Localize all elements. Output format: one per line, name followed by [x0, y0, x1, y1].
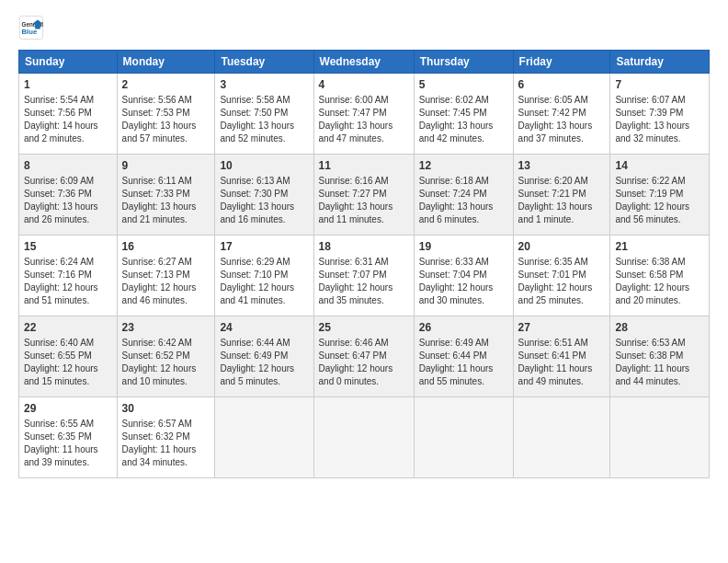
weekday-header-tuesday: Tuesday	[215, 51, 313, 74]
calendar-cell: 10Sunrise: 6:13 AMSunset: 7:30 PMDayligh…	[215, 155, 313, 236]
day-info-line: Daylight: 14 hours	[24, 120, 112, 132]
day-info-line: Daylight: 12 hours	[615, 282, 704, 294]
day-info-line: Sunset: 7:39 PM	[615, 107, 704, 120]
calendar-row-0: 1Sunrise: 5:54 AMSunset: 7:56 PMDaylight…	[19, 74, 710, 155]
day-info-line: Sunset: 7:36 PM	[24, 188, 112, 201]
day-number: 9	[122, 158, 210, 174]
day-info-line: Sunset: 7:42 PM	[518, 107, 606, 120]
day-info-line: and 55 minutes.	[419, 375, 508, 388]
day-number: 1	[24, 77, 112, 93]
day-number: 3	[220, 77, 308, 93]
header: General Blue	[18, 15, 710, 40]
day-info-line: Daylight: 12 hours	[220, 362, 308, 375]
day-info-line: Sunset: 7:13 PM	[122, 269, 210, 282]
day-info-line: and 1 minute.	[518, 213, 606, 226]
day-info-line: Sunset: 7:30 PM	[220, 188, 308, 201]
day-info-line: and 25 minutes.	[518, 294, 606, 307]
day-info-line: Sunset: 6:41 PM	[518, 350, 606, 362]
day-info-line: and 52 minutes.	[220, 132, 308, 145]
day-number: 25	[319, 320, 409, 336]
day-info-line: Daylight: 13 hours	[319, 201, 409, 213]
day-info-line: Sunrise: 6:02 AM	[419, 94, 508, 107]
calendar-cell: 15Sunrise: 6:24 AMSunset: 7:16 PMDayligh…	[19, 236, 118, 316]
day-info-line: Sunset: 7:45 PM	[419, 107, 508, 120]
day-info-line: Sunset: 7:19 PM	[615, 188, 704, 201]
day-info-line: Daylight: 12 hours	[24, 282, 112, 294]
calendar-cell: 16Sunrise: 6:27 AMSunset: 7:13 PMDayligh…	[117, 236, 215, 316]
day-info-line: and 35 minutes.	[319, 294, 409, 307]
day-number: 18	[319, 239, 409, 255]
day-info-line: and 11 minutes.	[319, 213, 409, 226]
day-info-line: Sunrise: 5:56 AM	[122, 94, 210, 107]
day-info-line: Sunset: 6:52 PM	[122, 350, 210, 362]
day-info-line: Sunrise: 6:31 AM	[319, 256, 409, 269]
day-number: 5	[419, 77, 508, 93]
day-info-line: Daylight: 13 hours	[419, 120, 508, 132]
day-info-line: Daylight: 11 hours	[615, 362, 704, 375]
calendar-cell: 30Sunrise: 6:57 AMSunset: 6:32 PMDayligh…	[117, 397, 215, 478]
day-info-line: Sunset: 6:38 PM	[615, 350, 704, 362]
day-info-line: Sunrise: 6:24 AM	[24, 256, 112, 269]
day-info-line: Sunrise: 6:40 AM	[24, 337, 112, 350]
day-info-line: Daylight: 11 hours	[419, 362, 508, 375]
logo: General Blue	[18, 15, 48, 40]
calendar-cell: 1Sunrise: 5:54 AMSunset: 7:56 PMDaylight…	[19, 74, 118, 155]
day-info-line: and 15 minutes.	[24, 375, 112, 388]
day-info-line: and 39 minutes.	[24, 456, 112, 469]
day-info-line: Daylight: 13 hours	[419, 201, 508, 213]
day-number: 4	[319, 77, 409, 93]
day-info-line: Sunset: 7:10 PM	[220, 269, 308, 282]
day-info-line: Sunrise: 6:05 AM	[518, 94, 606, 107]
day-info-line: Sunset: 7:33 PM	[122, 188, 210, 201]
calendar-cell: 22Sunrise: 6:40 AMSunset: 6:55 PMDayligh…	[19, 316, 118, 397]
day-info-line: and 34 minutes.	[122, 456, 210, 469]
day-info-line: Sunset: 7:07 PM	[319, 269, 409, 282]
day-info-line: Daylight: 13 hours	[518, 120, 606, 132]
calendar-cell	[215, 397, 313, 478]
day-info-line: Sunset: 6:32 PM	[122, 431, 210, 443]
day-info-line: Sunrise: 6:07 AM	[615, 94, 704, 107]
day-number: 2	[122, 77, 210, 93]
day-info-line: Daylight: 12 hours	[24, 362, 112, 375]
day-info-line: Sunrise: 6:27 AM	[122, 256, 210, 269]
day-info-line: Daylight: 11 hours	[518, 362, 606, 375]
day-info-line: Sunrise: 6:55 AM	[24, 418, 112, 431]
calendar-cell: 6Sunrise: 6:05 AMSunset: 7:42 PMDaylight…	[513, 74, 610, 155]
day-info-line: Sunset: 7:27 PM	[319, 188, 409, 201]
day-info-line: and 57 minutes.	[122, 132, 210, 145]
logo-icon: General Blue	[18, 15, 44, 40]
day-number: 15	[24, 239, 112, 255]
day-info-line: Sunrise: 6:57 AM	[122, 418, 210, 431]
day-info-line: and 51 minutes.	[24, 294, 112, 307]
day-info-line: Sunrise: 6:35 AM	[518, 256, 606, 269]
day-number: 29	[24, 401, 112, 417]
day-info-line: Sunset: 7:53 PM	[122, 107, 210, 120]
calendar-row-4: 29Sunrise: 6:55 AMSunset: 6:35 PMDayligh…	[19, 397, 710, 478]
day-info-line: Sunrise: 6:51 AM	[518, 337, 606, 350]
day-info-line: Sunset: 6:35 PM	[24, 431, 112, 443]
weekday-header-monday: Monday	[117, 51, 215, 74]
day-number: 16	[122, 239, 210, 255]
calendar-row-1: 8Sunrise: 6:09 AMSunset: 7:36 PMDaylight…	[19, 155, 710, 236]
day-info-line: Daylight: 13 hours	[615, 120, 704, 132]
calendar-cell: 28Sunrise: 6:53 AMSunset: 6:38 PMDayligh…	[610, 316, 710, 397]
day-info-line: Daylight: 12 hours	[220, 282, 308, 294]
day-info-line: Sunset: 7:16 PM	[24, 269, 112, 282]
day-info-line: and 47 minutes.	[319, 132, 409, 145]
day-info-line: Sunset: 7:01 PM	[518, 269, 606, 282]
day-info-line: Sunset: 7:21 PM	[518, 188, 606, 201]
day-info-line: Daylight: 12 hours	[518, 282, 606, 294]
day-info-line: Sunset: 6:47 PM	[319, 350, 409, 362]
day-info-line: Sunrise: 5:54 AM	[24, 94, 112, 107]
day-info-line: Daylight: 13 hours	[220, 201, 308, 213]
calendar-cell: 20Sunrise: 6:35 AMSunset: 7:01 PMDayligh…	[513, 236, 610, 316]
day-number: 26	[419, 320, 508, 336]
day-info-line: Sunrise: 6:33 AM	[419, 256, 508, 269]
day-info-line: and 42 minutes.	[419, 132, 508, 145]
day-info-line: Daylight: 12 hours	[122, 362, 210, 375]
day-info-line: Daylight: 11 hours	[122, 443, 210, 456]
day-info-line: Sunset: 7:04 PM	[419, 269, 508, 282]
day-info-line: Daylight: 13 hours	[122, 120, 210, 132]
day-info-line: Sunrise: 6:13 AM	[220, 175, 308, 188]
day-info-line: Sunset: 6:58 PM	[615, 269, 704, 282]
